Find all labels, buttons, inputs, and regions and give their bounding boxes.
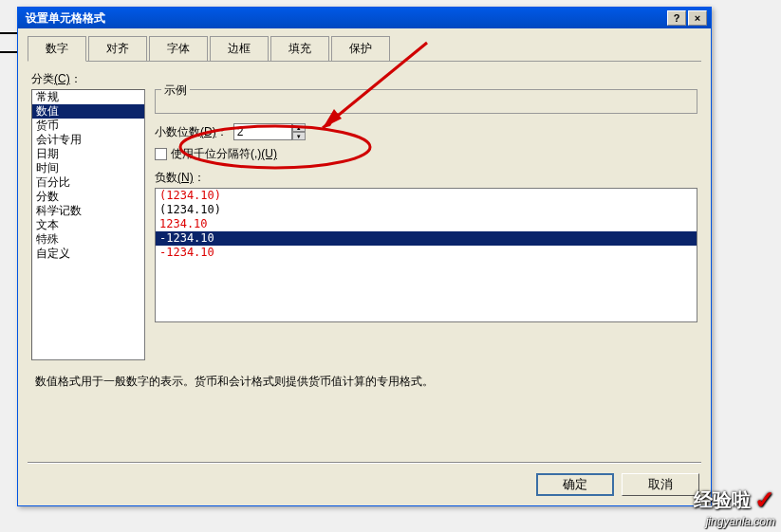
ok-button[interactable]: 确定 <box>536 473 614 496</box>
category-item-accounting[interactable]: 会计专用 <box>32 133 144 147</box>
watermark-url: jingyanla.com <box>694 515 775 528</box>
sample-groupbox: 示例 <box>155 89 697 114</box>
help-button[interactable]: ? <box>667 10 686 26</box>
tab-fill[interactable]: 填充 <box>270 36 329 61</box>
footer-separator <box>28 462 701 464</box>
category-item-special[interactable]: 特殊 <box>32 232 144 247</box>
negative-item[interactable]: -1234.10 <box>156 231 697 246</box>
category-label: 分类(C)： <box>31 71 697 87</box>
dialog-title: 设置单元格格式 <box>22 10 665 27</box>
category-item-text[interactable]: 文本 <box>32 218 144 232</box>
tab-alignment[interactable]: 对齐 <box>88 36 147 61</box>
negative-numbers-listbox[interactable]: (1234.10) (1234.10) 1234.10 -1234.10 -12… <box>155 188 697 322</box>
tab-number[interactable]: 数字 <box>28 36 86 62</box>
sample-label: 示例 <box>161 83 190 99</box>
cancel-button[interactable]: 取消 <box>622 473 699 496</box>
category-item-currency[interactable]: 货币 <box>32 119 144 133</box>
negative-item[interactable]: 1234.10 <box>156 217 697 231</box>
close-button[interactable]: × <box>688 10 707 26</box>
category-item-general[interactable]: 常规 <box>32 90 144 104</box>
negative-numbers-label: 负数(N)： <box>155 170 697 186</box>
titlebar[interactable]: 设置单元格格式 ? × <box>18 8 711 28</box>
category-listbox[interactable]: 常规 数值 货币 会计专用 日期 时间 百分比 分数 科学记数 文本 特殊 自定… <box>31 89 145 360</box>
spinner-up-icon[interactable]: ▲ <box>292 123 306 132</box>
negative-item[interactable]: -1234.10 <box>156 246 697 260</box>
decimal-places-spinner[interactable]: ▲ ▼ <box>233 123 306 140</box>
decimal-places-label: 小数位数(D)： <box>155 124 228 140</box>
format-cells-dialog: 设置单元格格式 ? × 数字 对齐 字体 边框 填充 保护 分类(C)： 常规 … <box>17 7 712 506</box>
category-item-fraction[interactable]: 分数 <box>32 190 144 204</box>
tab-font[interactable]: 字体 <box>149 36 208 61</box>
decimal-places-input[interactable] <box>233 123 292 140</box>
format-description: 数值格式用于一般数字的表示。货币和会计格式则提供货币值计算的专用格式。 <box>31 374 697 390</box>
thousands-separator-label: 使用千位分隔符(,)(U) <box>171 146 277 162</box>
category-item-scientific[interactable]: 科学记数 <box>32 204 144 218</box>
category-item-percentage[interactable]: 百分比 <box>32 175 144 190</box>
negative-item[interactable]: (1234.10) <box>156 203 697 217</box>
category-item-date[interactable]: 日期 <box>32 147 144 161</box>
tab-bar: 数字 对齐 字体 边框 填充 保护 <box>28 36 701 62</box>
category-item-time[interactable]: 时间 <box>32 161 144 175</box>
negative-item[interactable]: (1234.10) <box>156 189 697 203</box>
thousands-separator-checkbox[interactable] <box>155 148 167 160</box>
checkmark-icon: ✓ <box>754 486 775 515</box>
spinner-down-icon[interactable]: ▼ <box>292 132 306 140</box>
category-item-custom[interactable]: 自定义 <box>32 247 144 261</box>
background-cell-fragment <box>0 32 19 53</box>
tab-protection[interactable]: 保护 <box>331 36 390 61</box>
category-item-number[interactable]: 数值 <box>32 104 144 119</box>
tab-border[interactable]: 边框 <box>210 36 269 61</box>
